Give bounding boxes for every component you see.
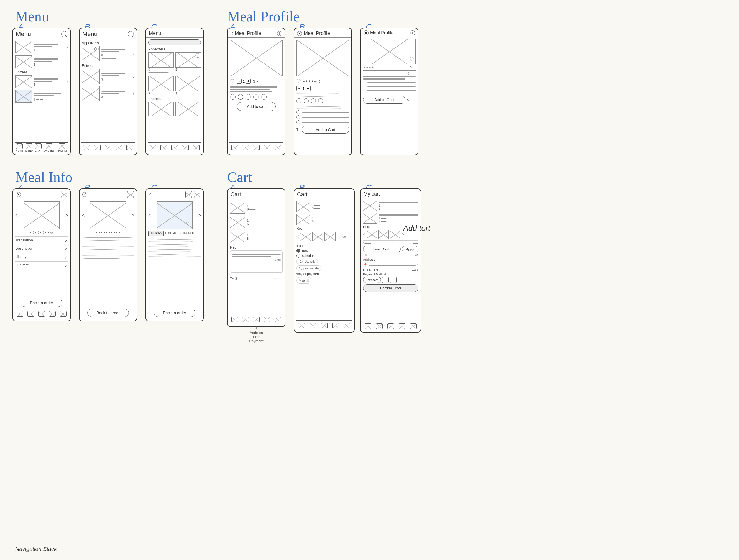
now-label: now [302, 249, 308, 253]
appetizers-label-c: Appetizers [148, 47, 201, 51]
entrees-label-a: Entrees [15, 70, 68, 74]
search-icon[interactable] [61, 31, 67, 37]
cart-b-title: Cart [297, 191, 308, 197]
cart-c-title: My cart [363, 191, 380, 197]
back-to-order-c[interactable]: Back to order [154, 309, 195, 317]
add-to-cart-btn-a[interactable]: Add to cart [237, 102, 276, 111]
address-label-c: Address [363, 258, 418, 262]
utensils-label: UTENSILS [363, 269, 378, 272]
meal-info-a-phone: ✕ < > ω Translation✓ Description✓ Histor… [12, 188, 70, 321]
meal-profile-c-title: Meal Profile [370, 30, 394, 35]
cart-a-phone: Cart 1 —— $ —— 1 —— $ —— 1 [227, 188, 285, 327]
menu-a-nav: HOME MENU CART ORDERS PROFILE [15, 142, 68, 152]
promocode-label: promocode [303, 267, 319, 270]
menu-a-phone: Menu $ — — + › [12, 28, 70, 155]
meal-profile-b-phone: ✕ Meal Profile ♡ ★★★★★(~) - 1 + [294, 28, 352, 155]
page: Menu A B C Menu $ — — + › [0, 0, 739, 560]
meal-profile-a-phone: < Meal Profile i ♡ - 1 + $ ~ [227, 28, 285, 155]
rec-label-a: Rec. [230, 245, 283, 249]
schedule-label: schedule [302, 254, 315, 258]
visa-label: Visa [299, 279, 305, 282]
meal-profile-a-title: Meal Profile [235, 30, 261, 36]
scott-card-btn[interactable]: Scott card [363, 277, 381, 283]
meal-profile-section-title: Meal Profile [227, 8, 300, 25]
meal-info-a-nav [15, 309, 68, 319]
cart-b-nav [296, 320, 352, 330]
cart-a-title: Cart [231, 191, 241, 197]
meal-profile-a-nav [230, 142, 283, 152]
meal-info-b-phone: ✕ < > ... ... [79, 188, 137, 321]
appetizers-label-b: Appetizers [82, 41, 134, 45]
cart-c-nav [362, 321, 419, 331]
meal-info-c-phone: < < ♡ > HISTORY FUN FACTS INGRED. [145, 188, 204, 321]
entrees-label-b: Entrees [82, 63, 134, 67]
add-to-cart-btn-b[interactable]: Add to Cart [302, 126, 349, 134]
add-to-cart-btn-c[interactable]: Add to Cart [363, 96, 405, 104]
payment-method-label: Payment Method [363, 273, 418, 276]
menu-c-nav [148, 142, 201, 152]
way-of-payment-label: way of payment [296, 272, 352, 276]
cart-a-nav [230, 314, 283, 324]
rec-label-b: Rec. [296, 227, 352, 231]
meal-profile-c-phone: ✕ Meal Profile i ♡ ★★★★ $ — i [360, 28, 418, 155]
cart-b-phone: Cart 1 —— $ —— 4 —— $ —— Rec. < [294, 188, 355, 332]
meal-profile-b-title: Meal Profile [304, 30, 330, 36]
navigation-stack-note: Navigation Stack [15, 546, 57, 552]
menu-a-title: Menu [16, 30, 31, 38]
menu-b-title: Menu [82, 30, 98, 38]
confirm-order-btn[interactable]: Confirm Order [363, 284, 418, 292]
menu-c-title: Menu [149, 30, 161, 36]
back-to-order-a[interactable]: Back to order [21, 299, 62, 307]
cart-c-phone: My cart 1 ——$ —— 1 ——$ —— Rec. [360, 188, 421, 332]
search-icon-b[interactable] [128, 31, 134, 37]
entrees-label-c: Entrees [148, 97, 201, 101]
promo-code-btn[interactable]: Promo Code [363, 246, 401, 252]
menu-b-phone: Menu Appetizers i $ —— › Entrees [79, 28, 137, 155]
meal-info-section-title: Meal Info [15, 169, 72, 185]
menu-b-nav [81, 142, 135, 152]
apply-btn[interactable]: Apply [402, 246, 418, 252]
add-tort-label: Add tort [403, 224, 430, 233]
menu-c-phone: Menu Appetizers $ —— i $ —— [145, 28, 204, 155]
back-to-order-b[interactable]: Back to order [87, 309, 129, 317]
